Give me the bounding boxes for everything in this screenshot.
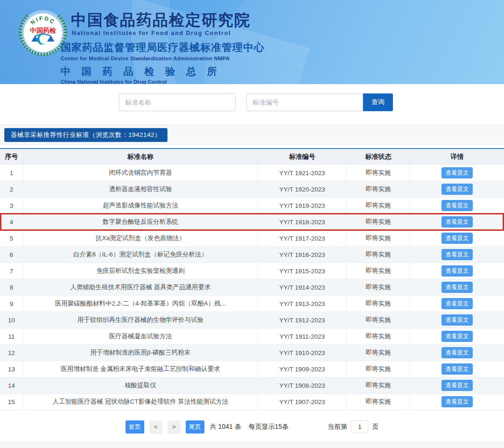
search-section: 查询 — [0, 84, 504, 125]
view-original-button[interactable]: 查看原文 — [441, 396, 473, 407]
site-header: NIFDC 中国药检 中国食品药品检定研究院 National Institut… — [0, 0, 504, 84]
current-page-input[interactable] — [351, 420, 368, 433]
standard-code: YY/T 1907-2023 — [258, 394, 347, 410]
next-page-button[interactable]: > — [168, 420, 181, 434]
standard-status: 即将实施 — [347, 361, 410, 377]
standard-code: YY/T 1913-2023 — [258, 296, 347, 312]
standard-name: 医疗器械凝血试验方法 — [23, 328, 258, 344]
standard-status: 即将实施 — [347, 377, 410, 393]
table-row: 13 医用增材制造 金属粉末床电子束熔融工艺控制和确认要求 YY/T 1909-… — [0, 361, 504, 377]
last-page-button[interactable]: 尾页 — [186, 420, 204, 434]
row-index: 14 — [0, 377, 23, 393]
standard-code-input[interactable] — [246, 93, 363, 111]
standard-code: YY/T 1911-2023 — [258, 328, 347, 344]
view-original-button[interactable]: 查看原文 — [441, 363, 473, 375]
row-index: 13 — [0, 361, 23, 377]
table-row: 15 人工智能医疗器械 冠状动脉CT影像处理软件 算法性能测试方法 YY/T 1… — [0, 394, 504, 410]
standard-status: 即将实施 — [347, 345, 410, 361]
row-index: 3 — [0, 198, 23, 213]
table-row: 1 闭环式含铜宫内节育器 YY/T 1921-2023 即将实施 查看原文 — [0, 165, 504, 181]
category-banner-button[interactable]: 器械非采标推荐性行业标准（浏览次数：1942142） — [4, 128, 168, 142]
standard-status: 即将实施 — [347, 263, 410, 279]
brand-title-cn: 中国食品药品检定研究院 — [71, 12, 265, 28]
brand-block: 中国食品药品检定研究院 National Institutes for Food… — [71, 12, 265, 84]
standard-status: 即将实施 — [347, 312, 410, 328]
table-row: 7 免疫层析试剂盒实验室检测通则 YY/T 1915-2023 即将实施 查看原… — [0, 263, 504, 279]
standards-table: 序号 标准名称 标准编号 标准状态 详情 1 闭环式含铜宫内节育器 YY/T 1… — [0, 148, 504, 410]
total-count-text: 共 1041 条 — [210, 423, 241, 431]
table-row: 9 医用聚碳酸酯材料中2,2-二（4-羟基苯基）丙烷（双酚A）残... YY/T… — [0, 296, 504, 312]
column-header-detail: 详情 — [410, 149, 504, 165]
svg-text:中国药检: 中国药检 — [30, 27, 56, 34]
prev-page-button[interactable]: < — [149, 420, 162, 434]
view-original-button[interactable]: 查看原文 — [441, 200, 473, 211]
row-index: 8 — [0, 279, 23, 295]
brand-title-en: National Institutes for Food and Drug Co… — [72, 30, 265, 36]
table-header-row: 序号 标准名称 标准编号 标准状态 详情 — [0, 149, 504, 165]
standard-name: 超声造影成像性能试验方法 — [23, 198, 258, 213]
column-header-name: 标准名称 — [23, 149, 258, 165]
view-original-button[interactable]: 查看原文 — [441, 216, 473, 228]
standard-code: YY/T 1917-2023 — [258, 230, 347, 246]
row-index: 4 — [0, 214, 23, 230]
standard-code: YY/T 1921-2023 — [258, 165, 347, 181]
view-original-button[interactable]: 查看原文 — [441, 249, 473, 260]
standard-status: 即将实施 — [347, 181, 410, 197]
standard-name: 人工智能医疗器械 冠状动脉CT影像处理软件 算法性能测试方法 — [23, 394, 258, 410]
row-index: 12 — [0, 345, 23, 361]
view-original-button[interactable]: 查看原文 — [441, 380, 473, 391]
view-original-button[interactable]: 查看原文 — [441, 347, 473, 358]
standard-code: YY/T 1918-2023 — [258, 214, 347, 230]
standard-code: YY/T 1915-2023 — [258, 263, 347, 279]
standard-code: YY/T 1912-2023 — [258, 312, 347, 328]
table-row: 11 医疗器械凝血试验方法 YY/T 1911-2023 即将实施 查看原文 — [0, 328, 504, 345]
row-index: 7 — [0, 263, 23, 279]
standard-name: 抗Xa测定试剂盒（发色底物法） — [23, 230, 258, 246]
column-header-code: 标准编号 — [258, 149, 347, 165]
standard-name: 人类辅助生殖技术用医疗器械 器具类产品通用要求 — [23, 279, 258, 295]
view-original-button[interactable]: 查看原文 — [441, 265, 473, 277]
view-original-button[interactable]: 查看原文 — [441, 314, 473, 326]
view-original-button[interactable]: 查看原文 — [441, 233, 473, 244]
first-page-button[interactable]: 首页 — [126, 420, 144, 434]
page-size-text: 每页显示15条 — [249, 423, 289, 431]
table-row: 12 用于增材制造的医用β-磷酸三钙粉末 YY/T 1910-2023 即将实施… — [0, 345, 504, 361]
standard-code: YY/T 1909-2023 — [258, 361, 347, 377]
brand-center-en: Center for Medical Device Standardizatio… — [61, 56, 265, 61]
row-index: 10 — [0, 312, 23, 328]
standard-name-input[interactable] — [119, 93, 236, 111]
standard-name: 数字聚合酶链反应分析系统 — [23, 214, 258, 230]
view-original-button[interactable]: 查看原文 — [441, 298, 473, 309]
table-row: 10 用于软组织再生医疗器械的生物学评价与试验 YY/T 1912-2023 即… — [0, 312, 504, 328]
row-index: 11 — [0, 328, 23, 344]
brand-center-cn: 国家药品监督管理局医疗器械标准管理中心 — [61, 41, 265, 55]
standard-code: YY/T 1914-2023 — [258, 279, 347, 295]
table-row: 4 数字聚合酶链反应分析系统 YY/T 1918-2023 即将实施 查看原文 — [0, 214, 504, 230]
view-original-button[interactable]: 查看原文 — [441, 184, 473, 195]
view-original-button[interactable]: 查看原文 — [441, 167, 473, 178]
query-button[interactable]: 查询 — [363, 93, 393, 111]
table-row: 14 核酸提取仪 YY/T 1908-2023 即将实施 查看原文 — [0, 377, 504, 394]
standard-name: 医用增材制造 金属粉末床电子束熔融工艺控制和确认要求 — [23, 361, 258, 377]
table-row: 6 白介素6（IL-6）测定试剂盒（标记免疫分析法） YY/T 1916-202… — [0, 247, 504, 263]
row-index: 15 — [0, 394, 23, 410]
brand-institute-en: China National Institutes for Drug Contr… — [61, 79, 265, 84]
view-original-button[interactable]: 查看原文 — [441, 282, 473, 293]
row-index: 6 — [0, 247, 23, 263]
row-index: 9 — [0, 296, 23, 312]
category-banner-strip: 器械非采标推荐性行业标准（浏览次数：1942142） — [0, 125, 504, 145]
standard-status: 即将实施 — [347, 214, 410, 230]
standard-code: YY/T 1908-2023 — [258, 377, 347, 393]
standard-status: 即将实施 — [347, 279, 410, 295]
standard-status: 即将实施 — [347, 328, 410, 344]
standard-name: 用于软组织再生医疗器械的生物学评价与试验 — [23, 312, 258, 328]
standard-status: 即将实施 — [347, 165, 410, 181]
banner-gap — [0, 145, 504, 148]
standard-code: YY/T 1920-2023 — [258, 181, 347, 197]
row-index: 2 — [0, 181, 23, 197]
standard-name: 闭环式含铜宫内节育器 — [23, 165, 258, 181]
row-index: 5 — [0, 230, 23, 246]
view-original-button[interactable]: 查看原文 — [441, 331, 473, 342]
standard-name: 免疫层析试剂盒实验室检测通则 — [23, 263, 258, 279]
standard-name: 白介素6（IL-6）测定试剂盒（标记免疫分析法） — [23, 247, 258, 263]
